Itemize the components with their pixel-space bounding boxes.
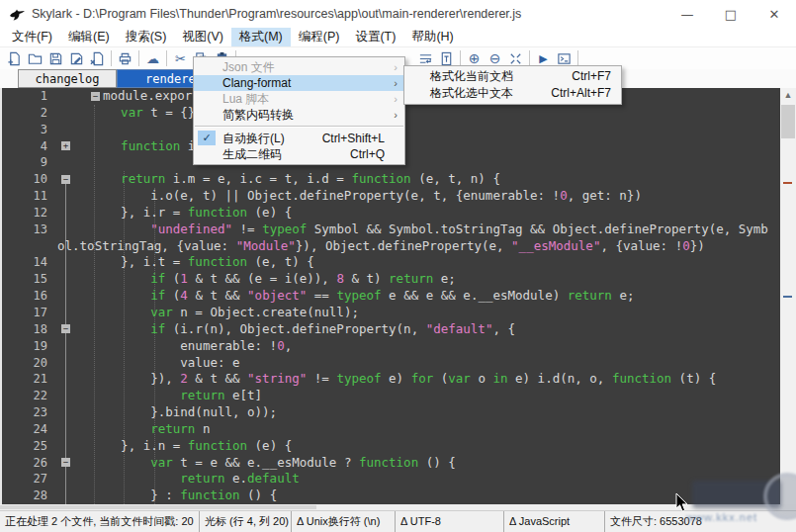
menu-item-label: Clang-format	[222, 75, 404, 91]
scroll-annotation	[783, 296, 792, 298]
menubar-item-4[interactable]: 视图(V)	[174, 28, 231, 46]
line-number: 19	[0, 338, 47, 355]
menu-item-Json 文件[interactable]: Json 文件›	[194, 59, 404, 75]
menubar-item-1[interactable]: 文件(F)	[4, 28, 60, 46]
code-line: 11 i.o(e, t) || Object.defineProperty(e,…	[0, 188, 796, 205]
line-number: 21	[0, 371, 47, 388]
line-number: 15	[0, 271, 47, 288]
code-text: }.bind(null, o));	[73, 404, 277, 421]
code-line: 23 }.bind(null, o));	[0, 404, 796, 421]
line-number: 27	[0, 471, 47, 488]
status-segment-4: Δ UTF-8	[396, 511, 504, 532]
menubar-item-8[interactable]: 帮助(H)	[403, 28, 461, 46]
fold-plus-icon[interactable]: +	[61, 141, 70, 150]
submenu-arrow-icon: ›	[394, 75, 398, 91]
menu-item-生成二维码[interactable]: 生成二维码Ctrl+Q	[194, 146, 404, 162]
fold-margin	[47, 338, 73, 355]
fold-minus-icon[interactable]: −	[61, 324, 70, 333]
fold-margin	[47, 222, 73, 238]
submenu-shortcut: Ctrl+Alt+F7	[551, 85, 611, 102]
app-window: Skylark - D:\Program Files\Thunder\Progr…	[0, 0, 796, 532]
code-line: 13 "undefined" != typeof Symbol && Symbo…	[0, 222, 796, 238]
code-text: if (1 & t && (e = i(e)), 8 & t) return e…	[73, 271, 456, 288]
watermark-text: www.kkx.net	[686, 511, 757, 523]
toolbar-separator	[460, 50, 461, 66]
line-number: 24	[0, 421, 47, 438]
code-text: value: e	[73, 355, 240, 372]
toolbar-group	[4, 48, 108, 68]
code-line: 12 }, i.r = function (e) {	[0, 205, 796, 222]
line-number: 9	[0, 154, 47, 171]
code-text: }, i.n = function (e) {	[73, 438, 292, 455]
line-number: 2	[0, 105, 47, 122]
fold-margin	[47, 438, 73, 455]
tab-changelog[interactable]: changelog	[18, 69, 117, 88]
code-text: "undefined" != typeof Symbol && Symbol.t…	[73, 222, 768, 238]
code-text: }, i.r = function (e) {	[73, 205, 292, 222]
menu-item-Clang-format[interactable]: Clang-format›	[194, 75, 404, 91]
menubar-item-3[interactable]: 搜索(S)	[118, 28, 175, 46]
submenu-shortcut: Ctrl+F7	[572, 68, 611, 85]
menu-item-简繁内码转换[interactable]: 简繁内码转换›	[194, 107, 404, 123]
menubar-item-5[interactable]: 格式(M)	[231, 28, 291, 46]
fold-minus-icon[interactable]: −	[91, 92, 100, 101]
skylark-logo-icon	[9, 7, 26, 22]
fold-margin	[47, 471, 73, 488]
fold-minus-icon[interactable]: −	[61, 458, 70, 467]
minimize-button[interactable]: —	[665, 0, 709, 28]
menubar-item-2[interactable]: 编辑(E)	[60, 28, 118, 46]
menu-item-自动换行(L)[interactable]: ✓自动换行(L)Ctrl+Shift+L	[194, 131, 404, 146]
code-line: 17 var n = Object.create(null);	[0, 305, 796, 321]
status-segment-3: Δ Unix换行符 (\n)	[292, 511, 396, 532]
title-bar: Skylark - D:\Program Files\Thunder\Progr…	[0, 0, 796, 28]
scroll-up-icon[interactable]: ▲	[780, 88, 796, 103]
save-as-icon[interactable]	[66, 48, 87, 68]
code-line: 26− var t = e && e.__esModule ? function…	[0, 455, 796, 472]
submenu-arrow-icon: ›	[394, 107, 398, 123]
check-icon: ✓	[198, 131, 216, 145]
fold-margin: −	[47, 455, 73, 472]
code-text: var n = Object.create(null);	[73, 305, 359, 321]
line-number: 1	[0, 88, 47, 105]
fold-margin	[47, 88, 73, 105]
save-icon[interactable]	[45, 48, 66, 68]
menu-shortcut: Ctrl+Q	[350, 146, 385, 162]
code-line: 27 return e.default	[0, 471, 796, 488]
submenu-item-格式化选中文本[interactable]: 格式化选中文本Ctrl+Alt+F7	[404, 85, 621, 102]
code-line: 19 enumerable: !0,	[0, 338, 796, 355]
fold-margin	[47, 288, 73, 305]
fold-margin	[47, 404, 73, 421]
print-icon[interactable]	[115, 48, 135, 68]
fold-margin: −	[47, 321, 73, 338]
code-line: 21 }), 2 & t && "string" != typeof e) fo…	[0, 371, 796, 388]
cloud-icon[interactable]: ☁	[142, 48, 163, 68]
code-text: }), 2 & t && "string" != typeof e) for (…	[73, 371, 716, 388]
open-file-icon[interactable]	[25, 48, 45, 68]
window-title: Skylark - D:\Program Files\Thunder\Progr…	[32, 7, 521, 21]
close-button[interactable]: ✕	[752, 0, 796, 28]
hscrollbar-thumb[interactable]	[0, 505, 316, 509]
toolbar-group	[115, 48, 135, 68]
code-text: var t = e && e.__esModule ? function () …	[73, 455, 456, 472]
menu-item-label: 自动换行(L)	[222, 131, 322, 146]
close-file-icon[interactable]	[87, 48, 108, 68]
new-file-icon[interactable]	[4, 48, 25, 68]
menu-item-Lua 脚本[interactable]: Lua 脚本›	[194, 91, 404, 107]
code-text: return n	[73, 421, 210, 438]
vertical-scrollbar[interactable]: ▲	[780, 88, 796, 504]
menu-item-label: Lua 脚本	[222, 91, 404, 107]
line-number: 23	[0, 404, 47, 421]
maximize-button[interactable]: □	[709, 0, 752, 28]
fold-margin	[47, 205, 73, 222]
code-text: i.o(e, t) || Object.defineProperty(e, t,…	[73, 188, 642, 205]
menubar-item-7[interactable]: 设置(T)	[347, 28, 403, 46]
submenu-item-格式化当前文档[interactable]: 格式化当前文档Ctrl+F7	[404, 68, 621, 85]
code-line: ol.toStringTag, {value: "Module"}), Obje…	[0, 238, 796, 255]
fold-minus-icon[interactable]: −	[61, 175, 70, 184]
line-number: 18	[0, 321, 47, 338]
cut-icon[interactable]: ✂	[170, 48, 191, 68]
scrollbar-thumb[interactable]	[781, 105, 795, 138]
toolbar-separator	[138, 50, 139, 66]
code-line: 22 return e[t]	[0, 388, 796, 404]
menubar-item-6[interactable]: 编程(P)	[291, 28, 348, 46]
